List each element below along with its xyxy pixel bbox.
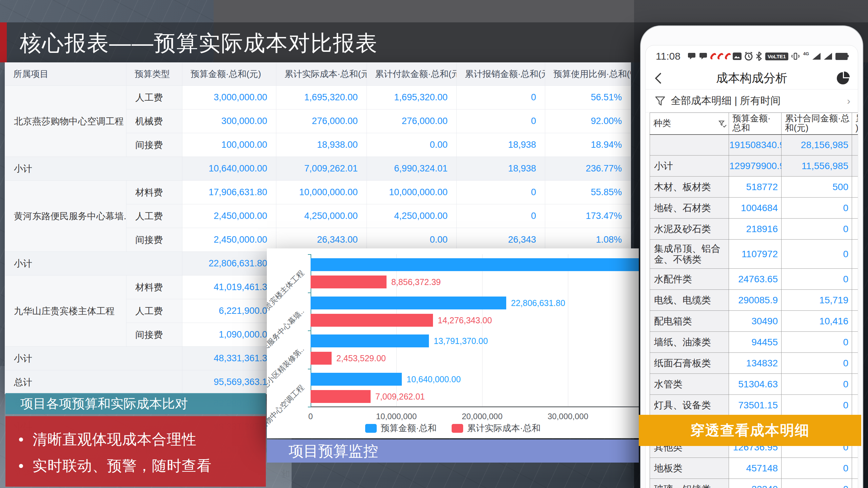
- phone-table-row[interactable]: 电线、电缆类290085.915,719: [650, 290, 859, 311]
- cut-cell: [852, 332, 859, 353]
- svg: [718, 120, 727, 128]
- contract-cell: 0: [782, 353, 852, 374]
- filter-row[interactable]: 全部成本明细 | 所有时间 ›: [646, 89, 858, 113]
- category-cell: 地板类: [650, 458, 729, 479]
- path: [656, 97, 665, 105]
- table-row: 黄河东路便民服务中心幕墙...材料费17,906,631.8010,000,00…: [5, 181, 631, 204]
- svg: [791, 52, 800, 61]
- value-cell: 0.00: [367, 133, 457, 157]
- budget-type-cell: 间接费: [126, 228, 182, 252]
- phone-table-row[interactable]: 191508340.9428,156,985: [650, 135, 859, 156]
- phone-table-row[interactable]: 水泥及砂石类2189160: [650, 219, 859, 240]
- value-cell: 1,695,320.00: [367, 86, 457, 109]
- budget-type-cell: 人工费: [126, 204, 182, 228]
- value-cell: 48,331,361.3: [182, 347, 276, 370]
- x-tick-label: 30,000,000: [548, 412, 588, 421]
- contract-cell: 0: [782, 479, 852, 488]
- category-cell: 水管类: [650, 374, 729, 395]
- x-tick-label: 20,000,000: [462, 412, 502, 421]
- value-cell: 10,640,000.00: [182, 157, 276, 181]
- budget-cell: 518772: [729, 177, 782, 198]
- bar-value-label: 13,791,370.00: [434, 334, 488, 347]
- bullet-icon: [19, 464, 23, 468]
- bullet-icon: [19, 438, 23, 442]
- y-axis-tick: [308, 292, 311, 293]
- phone-table-row[interactable]: 集成吊顶、铝合金、不锈类11079720: [650, 240, 859, 269]
- rect: [794, 53, 797, 59]
- bar-value-label: 14,276,343.00: [438, 314, 492, 327]
- path: [656, 73, 661, 83]
- value-cell: 18,938: [457, 157, 545, 181]
- value-cell: 276,000.00: [367, 109, 457, 133]
- budget-type-cell: 机械费: [126, 109, 182, 133]
- budget-bar: [311, 297, 506, 309]
- compare-callout-bar: 项目各项预算和实际成本比对: [5, 393, 266, 414]
- value-cell: 2,450,000.00: [182, 204, 276, 228]
- signal-4g-icon: [812, 53, 821, 60]
- value-cell: 0: [457, 181, 545, 204]
- svg: [756, 52, 762, 61]
- bar-value-label: 8,856,372.39: [391, 276, 441, 288]
- budget-cell: 218916: [729, 219, 782, 240]
- bullet-text: 实时联动、预警，随时查看: [33, 456, 212, 476]
- path: [723, 125, 726, 127]
- back-button[interactable]: [654, 72, 662, 84]
- phone-table-row[interactable]: 水配件类24763.650: [650, 269, 859, 290]
- cut-cell: [852, 135, 859, 156]
- category-cell: 地砖、石材类: [650, 198, 729, 219]
- battery-icon: [835, 53, 848, 60]
- phone-table-row[interactable]: 纸面石膏板类1348320: [650, 353, 859, 374]
- category-cell: [650, 135, 729, 156]
- budget-cell: 22240: [729, 479, 782, 488]
- path: [688, 53, 695, 59]
- contract-cell: 11,556,985: [782, 156, 852, 177]
- budget-cell: 129979900.94: [729, 156, 782, 177]
- phone-table-row[interactable]: 灯具、设备类73501.150: [650, 395, 859, 416]
- chart-x-axis: [311, 406, 639, 407]
- value-cell: 300,000.00: [182, 109, 276, 133]
- notification-app-icon: [724, 52, 732, 60]
- phone-table-row[interactable]: 玻璃、铝镜类222400: [650, 479, 859, 488]
- chevron-right-icon: ›: [847, 95, 850, 107]
- bullet-item: 实时联动、预警，随时查看: [17, 453, 266, 479]
- path: [756, 52, 761, 61]
- legend-label: 累计实际成本·总和: [467, 422, 541, 434]
- budget-bar: [311, 373, 402, 386]
- value-cell: 26,343: [457, 228, 545, 252]
- bar-value-label: 7,009,262.01: [375, 390, 425, 403]
- legend-item-actual[interactable]: 累计实际成本·总和: [452, 422, 541, 434]
- value-cell: 95,569,363.1: [182, 370, 276, 394]
- svg: [744, 52, 753, 61]
- value-cell: 10,000,000.00: [367, 181, 457, 204]
- contract-cell: 0: [782, 240, 852, 269]
- column-header: 累计付款金额·总和(元): [367, 63, 457, 86]
- category-cell: 木材、板材类: [650, 177, 729, 198]
- value-cell: 18.94%: [545, 133, 631, 157]
- phone-table-row[interactable]: 配电箱类3049010,416: [650, 311, 859, 332]
- value-cell: 7,009,262.01: [276, 157, 367, 181]
- budget-cell: 51304.63: [729, 374, 782, 395]
- cut-cell: [852, 290, 859, 311]
- pie-chart-button[interactable]: [837, 72, 849, 84]
- contract-cell: 0: [782, 374, 852, 395]
- phone-table-row[interactable]: 地板类4571480: [650, 458, 859, 479]
- budget-bar: [311, 258, 639, 271]
- notification-app-icon: [716, 52, 725, 60]
- phone-column-header: 累 ): [852, 113, 859, 135]
- phone-column-header: 种类: [650, 113, 729, 135]
- phone-table-row[interactable]: 地砖、石材类10046840: [650, 198, 859, 219]
- rect: [733, 53, 742, 60]
- phone-table-row[interactable]: 水管类51304.630: [650, 374, 859, 395]
- sort-filter-icon[interactable]: [718, 120, 727, 128]
- legend-item-budget[interactable]: 预算金额·总和: [365, 422, 437, 434]
- x-tick-label: 0: [308, 412, 313, 421]
- phone-table-row[interactable]: 墙纸、油漆类944550: [650, 332, 859, 353]
- phone-table-row[interactable]: 木材、板材类518772500: [650, 177, 859, 198]
- legend-swatch-blue: [365, 424, 377, 433]
- budget-cell: 290085.9: [729, 290, 782, 311]
- chart-legend: 预算金额·总和 累计实际成本·总和: [267, 422, 639, 434]
- wechat-icon: [699, 52, 708, 60]
- value-cell: 3,000,000.00: [182, 86, 276, 109]
- phone-table-row[interactable]: 小计129979900.9411,556,985: [650, 156, 859, 177]
- category-cell: 水配件类: [650, 269, 729, 290]
